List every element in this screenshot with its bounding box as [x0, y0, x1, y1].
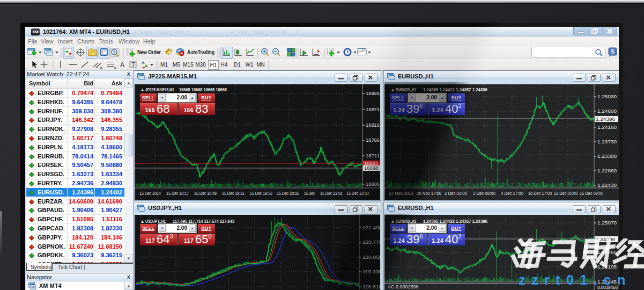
svg-text:16668: 16668: [364, 165, 378, 171]
svg-text:A: A: [120, 61, 124, 69]
svg-text:15 Dec 09:00: 15 Dec 09:00: [580, 191, 603, 196]
svg-text:16711: 16711: [366, 153, 380, 158]
svg-text:16606: 16606: [366, 182, 380, 187]
svg-text:1.23730: 1.23730: [597, 139, 617, 144]
svg-text:15 Dec 18:17: 15 Dec 18:17: [166, 191, 189, 196]
svg-text:▲: ▲: [140, 87, 145, 92]
svg-text:1.24365 1.24422 1.24357 1.2439: 1.24365 1.24422 1.24357 1.24396: [423, 87, 487, 92]
svg-text:16766: 16766: [366, 137, 380, 143]
svg-text:1.24600: 1.24600: [597, 108, 617, 114]
svg-text:1.24160: 1.24160: [597, 125, 617, 130]
svg-text:15 Dec 19:53: 15 Dec 19:53: [250, 191, 272, 196]
svg-text:▲: ▲: [390, 219, 395, 224]
svg-text:▲: ▲: [390, 87, 395, 92]
svg-text:1.24396: 1.24396: [596, 117, 615, 122]
svg-text:15 Dec: 15 Dec: [304, 191, 315, 196]
svg-text:1.23300: 1.23300: [597, 154, 617, 159]
svg-text:120.050: 120.050: [362, 255, 380, 260]
svg-text:16871: 16871: [366, 107, 380, 112]
svg-text:JP225-MAR15,M1: JP225-MAR15,M1: [145, 87, 174, 92]
svg-text:1.22430: 1.22430: [597, 183, 617, 188]
svg-text:16816: 16816: [366, 122, 380, 128]
svg-text:AutoTrading: AutoTrading: [187, 49, 214, 55]
svg-text:3 Dec 09:00: 3 Dec 09:00: [473, 191, 495, 196]
svg-text:28 Nov 17:00: 28 Nov 17:00: [417, 191, 441, 196]
svg-text:16926: 16926: [366, 91, 380, 96]
svg-text:F: F: [114, 67, 116, 70]
svg-text:119.330: 119.330: [362, 269, 380, 274]
svg-text:10 Dec 17:00: 10 Dec 17:00: [528, 191, 552, 196]
svg-text:1.25070: 1.25070: [597, 220, 617, 226]
svg-text:15 Dec 22:01: 15 Dec 22:01: [320, 191, 343, 196]
svg-text:5: 5: [611, 48, 614, 55]
svg-text:120.770: 120.770: [362, 240, 380, 245]
svg-text:118.610: 118.610: [362, 284, 380, 289]
svg-text:15 Dec 2014: 15 Dec 2014: [139, 191, 161, 196]
svg-text:121.490: 121.490: [362, 225, 380, 230]
svg-text:15 Dec 22:33: 15 Dec 22:33: [346, 191, 369, 196]
svg-text:AC 0.0002596: AC 0.0002596: [388, 284, 419, 289]
svg-text:1.22860: 1.22860: [597, 168, 617, 173]
svg-text:1.25030: 1.25030: [597, 94, 617, 99]
svg-text:▲: ▲: [140, 219, 145, 224]
svg-text:New Order: New Order: [137, 49, 161, 55]
svg-text:2 Dec 01:00: 2 Dec 01:00: [445, 191, 467, 196]
svg-text:T: T: [132, 62, 135, 68]
svg-text:VA: VA: [31, 286, 35, 289]
svg-text:16668 16668 16668 16668: 16668 16668 16668 16668: [179, 87, 227, 92]
svg-text:12 Dec 01:00: 12 Dec 01:00: [554, 191, 578, 196]
svg-text:15 Dec 18:49: 15 Dec 18:49: [194, 191, 217, 196]
svg-text:27 Nov 2014: 27 Nov 2014: [389, 191, 413, 196]
svg-text:4 Dec 17:00: 4 Dec 17:00: [501, 191, 523, 196]
svg-text:15 Dec 19:21: 15 Dec 19:21: [222, 191, 245, 196]
svg-text:E: E: [100, 67, 102, 70]
svg-text:15 Dec 20:25: 15 Dec 20:25: [277, 191, 299, 196]
svg-text:EURUSD.,H1: EURUSD.,H1: [396, 87, 416, 92]
